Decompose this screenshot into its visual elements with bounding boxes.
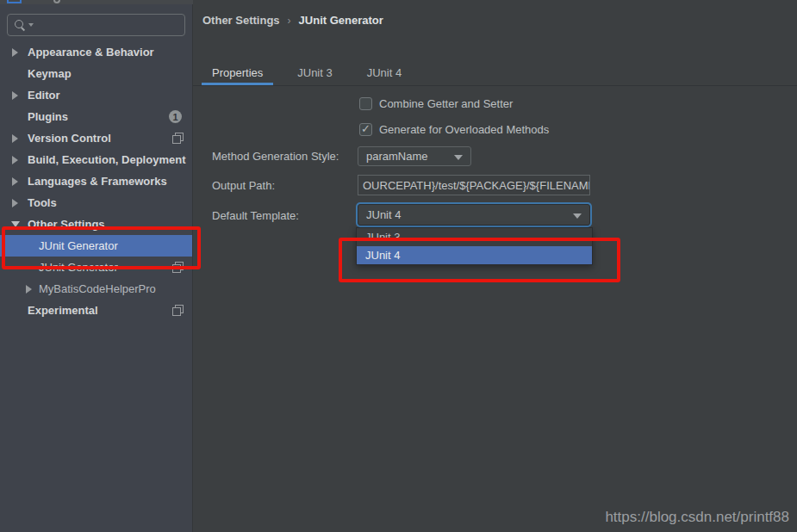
sidebar-item-label: JUnit Generator	[39, 261, 118, 274]
sidebar-item-label: Languages & Frameworks	[28, 175, 167, 188]
chevron-right-icon[interactable]	[26, 285, 32, 294]
copy-icon	[172, 133, 184, 144]
sidebar-item-label: Tools	[28, 196, 57, 209]
chevron-right-icon[interactable]	[12, 134, 18, 143]
settings-content-panel: Other Settings › JUnit Generator Propert…	[193, 0, 797, 532]
output-path-input[interactable]: OURCEPATH}/test/${PACKAGE}/${FILENAME}	[358, 175, 590, 195]
selected-value: paramName	[366, 150, 428, 163]
breadcrumb-other-settings[interactable]: Other Settings	[202, 14, 280, 27]
sidebar-item-label: Other Settings	[28, 218, 105, 231]
breadcrumb-separator: ›	[288, 15, 291, 27]
checkbox-unchecked-icon[interactable]	[359, 97, 372, 110]
method-generation-style-label: Method Generation Style:	[212, 150, 339, 163]
default-template-select[interactable]: JUnit 4	[358, 204, 590, 226]
default-template-dropdown-popup: JUnit 3 JUnit 4	[356, 227, 593, 265]
watermark-url: https://blog.csdn.net/printf88	[605, 509, 789, 526]
default-template-label: Default Template:	[212, 209, 299, 222]
chevron-right-icon[interactable]	[12, 199, 18, 207]
sidebar-item-mybatiscodehelperpro[interactable]: MyBatisCodeHelperPro	[0, 278, 192, 300]
method-generation-style-select[interactable]: paramName	[358, 146, 471, 166]
dropdown-arrow-icon	[573, 213, 582, 219]
sidebar-item-tools[interactable]: Tools	[0, 192, 192, 213]
sidebar-item-label: Editor	[28, 89, 60, 102]
sidebar-item-plugins[interactable]: Plugins 1	[0, 106, 192, 127]
title-text-fragment	[53, 0, 60, 3]
sidebar-item-experimental[interactable]: Experimental	[0, 300, 192, 321]
settings-sidebar: Appearance & Behavior Keymap Editor Plug…	[0, 4, 193, 532]
chevron-right-icon[interactable]	[12, 156, 18, 164]
tab-properties[interactable]: Properties	[202, 60, 273, 85]
sidebar-item-label: Build, Execution, Deployment	[28, 153, 185, 166]
breadcrumb: Other Settings › JUnit Generator	[202, 14, 383, 27]
sidebar-item-keymap[interactable]: Keymap	[0, 63, 192, 84]
selected-value: JUnit 4	[366, 208, 401, 221]
settings-window: Appearance & Behavior Keymap Editor Plug…	[0, 0, 797, 532]
sidebar-item-label: Appearance & Behavior	[28, 46, 154, 59]
checkbox-checked-icon[interactable]	[359, 123, 372, 136]
window-icon-fragment	[7, 0, 22, 3]
sidebar-item-label: Plugins	[28, 110, 68, 123]
chevron-right-icon[interactable]	[12, 91, 18, 100]
checkbox-label: Generate for Overloaded Methods	[379, 123, 549, 136]
copy-icon	[172, 262, 184, 273]
sidebar-item-junit-generator-2[interactable]: JUnit Generator	[0, 257, 192, 278]
output-path-label: Output Path:	[212, 179, 275, 192]
checkbox-combine-getter-setter[interactable]: Combine Getter and Setter	[359, 96, 513, 111]
sidebar-item-editor[interactable]: Editor	[0, 84, 192, 106]
breadcrumb-junit-generator: JUnit Generator	[299, 14, 383, 27]
sidebar-item-label: JUnit Generator	[39, 239, 118, 252]
sidebar-item-build-execution-deployment[interactable]: Build, Execution, Deployment	[0, 149, 192, 170]
chevron-down-icon[interactable]	[11, 221, 20, 227]
dropdown-arrow-icon	[454, 155, 463, 160]
search-history-chevron-icon[interactable]	[28, 23, 34, 27]
sidebar-item-other-settings[interactable]: Other Settings	[0, 213, 192, 235]
tab-bar: Properties JUnit 3 JUnit 4	[193, 60, 797, 86]
plugins-count-badge: 1	[169, 110, 182, 123]
checkbox-label: Combine Getter and Setter	[379, 97, 513, 110]
checkbox-generate-overloaded[interactable]: Generate for Overloaded Methods	[359, 122, 549, 137]
search-input[interactable]	[7, 14, 185, 36]
sidebar-item-languages-frameworks[interactable]: Languages & Frameworks	[0, 170, 192, 192]
sidebar-item-appearance-behavior[interactable]: Appearance & Behavior	[0, 41, 192, 63]
tab-junit-3[interactable]: JUnit 3	[287, 60, 342, 85]
sidebar-item-version-control[interactable]: Version Control	[0, 127, 192, 149]
sidebar-item-label: Keymap	[28, 67, 72, 80]
search-icon	[14, 19, 26, 31]
sidebar-item-label: MyBatisCodeHelperPro	[39, 282, 156, 295]
dropdown-option-junit-3[interactable]: JUnit 3	[357, 228, 592, 246]
sidebar-item-label: Version Control	[28, 132, 111, 145]
tab-junit-4[interactable]: JUnit 4	[357, 60, 412, 85]
dropdown-option-junit-4[interactable]: JUnit 4	[357, 246, 592, 264]
sidebar-item-label: Experimental	[28, 304, 98, 317]
chevron-right-icon[interactable]	[12, 48, 18, 57]
settings-tree: Appearance & Behavior Keymap Editor Plug…	[0, 41, 192, 321]
output-path-value: OURCEPATH}/test/${PACKAGE}/${FILENAME}	[363, 179, 590, 192]
chevron-right-icon[interactable]	[12, 177, 18, 186]
sidebar-item-junit-generator-selected[interactable]: JUnit Generator	[0, 235, 192, 257]
copy-icon	[172, 305, 184, 316]
